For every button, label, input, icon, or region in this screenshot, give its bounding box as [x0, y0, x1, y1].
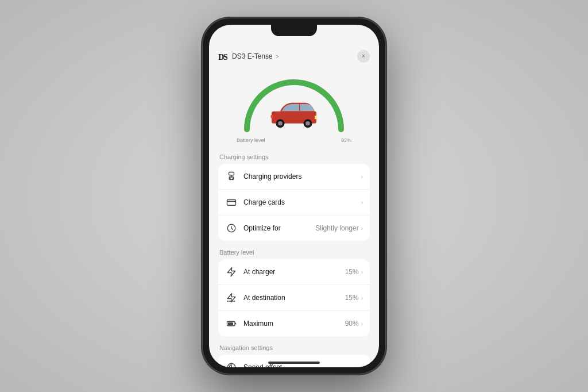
item-label-charge-cards: Charge cards — [243, 198, 361, 206]
battery-percent-value: 92% — [341, 137, 351, 143]
gauge-labels: Battery level 92% — [237, 137, 351, 143]
section-item-charging-providers[interactable]: Charging providers› — [218, 164, 370, 190]
phone-screen: DS DS3 E-Tense > × — [209, 25, 379, 367]
destination-icon — [225, 291, 238, 304]
optimize-icon — [225, 222, 238, 235]
item-value-maximum: 90% — [345, 320, 359, 328]
charger-icon — [225, 266, 238, 278]
section-item-at-destination[interactable]: At destination15%› — [218, 285, 370, 311]
svg-rect-6 — [315, 116, 318, 119]
section-navigation-settings: Navigation settingsSpeed offset› — [209, 344, 379, 367]
item-value-at-destination: 15% — [345, 294, 359, 302]
item-label-maximum: Maximum — [243, 320, 345, 328]
svg-text:DS: DS — [218, 52, 228, 62]
battery-icon — [225, 317, 238, 330]
section-title-charging-settings: Charging settings — [218, 153, 370, 160]
section-title-battery-level: Battery level — [218, 249, 370, 256]
battery-gauge-section: Battery level 92% — [209, 67, 379, 145]
close-icon: × — [362, 53, 365, 59]
section-card-charging-settings: Charging providers›Charge cards›Optimize… — [218, 164, 370, 241]
item-chevron-icon-maximum: › — [361, 321, 363, 327]
speed-icon — [225, 361, 238, 367]
section-item-maximum[interactable]: Maximum90%› — [218, 311, 370, 336]
sections-container: Charging settingsCharging providers›Char… — [209, 153, 379, 367]
section-battery-level: Battery levelAt charger15%›At destinatio… — [209, 249, 379, 336]
section-charging-settings: Charging settingsCharging providers›Char… — [209, 153, 379, 241]
item-chevron-icon-charge-cards: › — [361, 199, 363, 206]
item-label-optimize-for: Optimize for — [243, 224, 315, 232]
screen-content[interactable]: DS DS3 E-Tense > × — [209, 25, 379, 367]
item-chevron-icon-at-destination: › — [361, 295, 363, 301]
section-item-charge-cards[interactable]: Charge cards› — [218, 190, 370, 216]
item-chevron-icon-optimize-for: › — [361, 225, 363, 232]
header: DS DS3 E-Tense > × — [209, 45, 379, 67]
card-icon — [225, 196, 238, 209]
item-value-optimize-for: Slightly longer — [315, 224, 358, 232]
car-image — [268, 98, 320, 129]
section-title-navigation-settings: Navigation settings — [218, 344, 370, 351]
notch — [271, 25, 317, 36]
home-indicator — [268, 362, 320, 364]
svg-rect-9 — [229, 177, 234, 180]
charging-plug-icon — [225, 170, 238, 183]
svg-rect-7 — [271, 115, 273, 118]
close-button[interactable]: × — [357, 50, 370, 63]
item-value-at-charger: 15% — [345, 268, 359, 276]
battery-level-label: Battery level — [237, 137, 265, 143]
section-item-optimize-for[interactable]: Optimize forSlightly longer› — [218, 216, 370, 241]
svg-rect-8 — [229, 172, 234, 175]
item-label-at-charger: At charger — [243, 268, 345, 276]
svg-point-3 — [278, 121, 283, 126]
ds-logo-icon: DS — [218, 51, 232, 62]
svg-rect-10 — [227, 200, 236, 206]
phone-wrapper: DS DS3 E-Tense > × — [202, 18, 386, 374]
section-item-speed-offset[interactable]: Speed offset› — [218, 355, 370, 367]
header-title: DS3 E-Tense > — [232, 52, 357, 60]
item-chevron-icon-at-charger: › — [361, 269, 363, 275]
section-card-battery-level: At charger15%›At destination15%›Maximum9… — [218, 259, 370, 336]
item-label-at-destination: At destination — [243, 294, 345, 302]
svg-rect-13 — [228, 322, 233, 325]
item-label-charging-providers: Charging providers — [243, 172, 361, 180]
gauge-container — [237, 72, 351, 135]
section-card-navigation-settings: Speed offset› — [218, 355, 370, 367]
item-label-speed-offset: Speed offset — [243, 363, 361, 367]
header-chevron-icon: > — [276, 53, 279, 60]
item-chevron-icon-charging-providers: › — [361, 174, 363, 180]
section-item-at-charger[interactable]: At charger15%› — [218, 259, 370, 285]
svg-point-5 — [305, 121, 310, 126]
